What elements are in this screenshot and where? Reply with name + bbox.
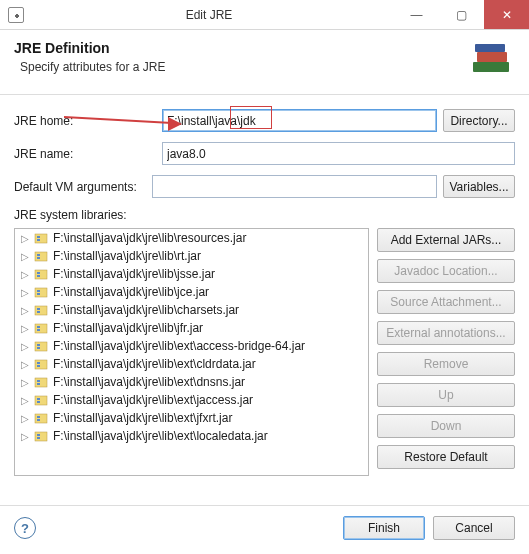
help-icon[interactable]: ?	[14, 517, 36, 539]
libs-label: JRE system libraries:	[14, 208, 515, 222]
expand-icon[interactable]: ▷	[21, 287, 31, 298]
external-annotations-button[interactable]: External annotations...	[377, 321, 515, 345]
add-external-jars-button[interactable]: Add External JARs...	[377, 228, 515, 252]
system-libraries-tree[interactable]: ▷F:\install\java\jdk\jre\lib\resources.j…	[14, 228, 369, 476]
jar-icon	[33, 375, 49, 389]
svg-rect-27	[37, 362, 40, 364]
svg-rect-9	[37, 254, 40, 256]
svg-rect-40	[37, 437, 40, 439]
jre-home-label: JRE home:	[14, 114, 162, 128]
tree-item[interactable]: ▷F:\install\java\jdk\jre\lib\ext\cldrdat…	[15, 355, 368, 373]
finish-button[interactable]: Finish	[343, 516, 425, 540]
svg-rect-24	[37, 344, 40, 346]
tree-item-label: F:\install\java\jdk\jre\lib\ext\jfxrt.ja…	[53, 411, 232, 425]
tree-item[interactable]: ▷F:\install\java\jdk\jre\lib\ext\dnsns.j…	[15, 373, 368, 391]
svg-rect-1	[477, 52, 507, 62]
jar-icon	[33, 249, 49, 263]
jar-icon	[33, 339, 49, 353]
svg-rect-19	[37, 311, 40, 313]
tree-item[interactable]: ▷F:\install\java\jdk\jre\lib\ext\jaccess…	[15, 391, 368, 409]
tree-item[interactable]: ▷F:\install\java\jdk\jre\lib\resources.j…	[15, 229, 368, 247]
expand-icon[interactable]: ▷	[21, 341, 31, 352]
expand-icon[interactable]: ▷	[21, 323, 31, 334]
app-icon	[8, 7, 24, 23]
expand-icon[interactable]: ▷	[21, 269, 31, 280]
vm-args-input[interactable]	[152, 175, 437, 198]
svg-rect-2	[475, 44, 505, 52]
up-button[interactable]: Up	[377, 383, 515, 407]
maximize-button[interactable]: ▢	[439, 0, 484, 29]
expand-icon[interactable]: ▷	[21, 233, 31, 244]
tree-item-label: F:\install\java\jdk\jre\lib\charsets.jar	[53, 303, 239, 317]
jar-icon	[33, 303, 49, 317]
source-attachment-button[interactable]: Source Attachment...	[377, 290, 515, 314]
variables-button[interactable]: Variables...	[443, 175, 515, 198]
tree-item[interactable]: ▷F:\install\java\jdk\jre\lib\charsets.ja…	[15, 301, 368, 319]
svg-rect-0	[473, 62, 509, 72]
svg-rect-32	[35, 396, 47, 405]
expand-icon[interactable]: ▷	[21, 359, 31, 370]
svg-rect-21	[37, 326, 40, 328]
minimize-button[interactable]: —	[394, 0, 439, 29]
javadoc-location-button[interactable]: Javadoc Location...	[377, 259, 515, 283]
tree-item[interactable]: ▷F:\install\java\jdk\jre\lib\jsse.jar	[15, 265, 368, 283]
tree-item-label: F:\install\java\jdk\jre\lib\resources.ja…	[53, 231, 246, 245]
svg-rect-23	[35, 342, 47, 351]
tree-item-label: F:\install\java\jdk\jre\lib\jfr.jar	[53, 321, 203, 335]
directory-button[interactable]: Directory...	[443, 109, 515, 132]
svg-rect-26	[35, 360, 47, 369]
tree-item[interactable]: ▷F:\install\java\jdk\jre\lib\ext\jfxrt.j…	[15, 409, 368, 427]
restore-default-button[interactable]: Restore Default	[377, 445, 515, 469]
tree-item-label: F:\install\java\jdk\jre\lib\ext\localeda…	[53, 429, 268, 443]
jre-name-label: JRE name:	[14, 147, 162, 161]
header-description: Specify attributes for a JRE	[14, 60, 459, 74]
svg-rect-29	[35, 378, 47, 387]
cancel-button[interactable]: Cancel	[433, 516, 515, 540]
window-title: Edit JRE	[24, 8, 394, 22]
down-button[interactable]: Down	[377, 414, 515, 438]
svg-rect-36	[37, 416, 40, 418]
svg-rect-38	[35, 432, 47, 441]
tree-item[interactable]: ▷F:\install\java\jdk\jre\lib\jce.jar	[15, 283, 368, 301]
jar-icon	[33, 411, 49, 425]
titlebar: Edit JRE — ▢ ✕	[0, 0, 529, 30]
svg-rect-22	[37, 329, 40, 331]
svg-rect-31	[37, 383, 40, 385]
books-icon	[467, 40, 515, 80]
svg-rect-15	[37, 290, 40, 292]
jar-icon	[33, 429, 49, 443]
svg-rect-17	[35, 306, 47, 315]
tree-item-label: F:\install\java\jdk\jre\lib\ext\access-b…	[53, 339, 305, 353]
remove-button[interactable]: Remove	[377, 352, 515, 376]
svg-rect-35	[35, 414, 47, 423]
expand-icon[interactable]: ▷	[21, 377, 31, 388]
expand-icon[interactable]: ▷	[21, 431, 31, 442]
dialog-footer: ? Finish Cancel	[0, 505, 529, 554]
svg-rect-28	[37, 365, 40, 367]
tree-item-label: F:\install\java\jdk\jre\lib\ext\cldrdata…	[53, 357, 256, 371]
svg-rect-33	[37, 398, 40, 400]
jre-home-input[interactable]	[162, 109, 437, 132]
tree-item[interactable]: ▷F:\install\java\jdk\jre\lib\ext\localed…	[15, 427, 368, 445]
svg-rect-34	[37, 401, 40, 403]
expand-icon[interactable]: ▷	[21, 395, 31, 406]
svg-rect-16	[37, 293, 40, 295]
expand-icon[interactable]: ▷	[21, 413, 31, 424]
close-button[interactable]: ✕	[484, 0, 529, 29]
tree-item[interactable]: ▷F:\install\java\jdk\jre\lib\ext\access-…	[15, 337, 368, 355]
expand-icon[interactable]: ▷	[21, 305, 31, 316]
dialog-header: JRE Definition Specify attributes for a …	[0, 30, 529, 95]
jre-name-input[interactable]	[162, 142, 515, 165]
expand-icon[interactable]: ▷	[21, 251, 31, 262]
tree-item[interactable]: ▷F:\install\java\jdk\jre\lib\rt.jar	[15, 247, 368, 265]
jar-icon	[33, 267, 49, 281]
svg-rect-30	[37, 380, 40, 382]
tree-item-label: F:\install\java\jdk\jre\lib\ext\jaccess.…	[53, 393, 253, 407]
svg-rect-25	[37, 347, 40, 349]
tree-item[interactable]: ▷F:\install\java\jdk\jre\lib\jfr.jar	[15, 319, 368, 337]
vm-args-label: Default VM arguments:	[14, 180, 152, 194]
content-area: JRE home: Directory... JRE name: Default…	[0, 95, 529, 490]
jar-icon	[33, 357, 49, 371]
svg-rect-7	[37, 239, 40, 241]
window-controls: — ▢ ✕	[394, 0, 529, 29]
